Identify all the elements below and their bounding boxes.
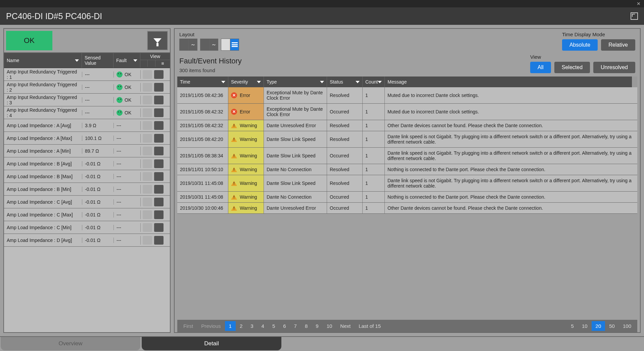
cell-fault: --- — [113, 148, 140, 154]
close-icon[interactable]: ✕ — [637, 1, 641, 6]
page-size[interactable]: 50 — [605, 321, 619, 331]
time-mode-relative[interactable]: Relative — [601, 39, 635, 51]
view-chart-toggle[interactable] — [143, 172, 152, 181]
view-list-toggle[interactable] — [154, 159, 164, 168]
view-chart-toggle[interactable] — [143, 223, 152, 232]
pager-first[interactable]: First — [179, 321, 197, 331]
pager-last[interactable]: Last of 15 — [355, 321, 385, 331]
view-chart-toggle[interactable] — [143, 198, 152, 206]
table-row[interactable]: Amp Load Impedance : B [Min]-0.01 Ω--- — [4, 183, 170, 196]
table-row[interactable]: Amp Load Impedance : C [Avg]-0.01 Ω--- — [4, 196, 170, 208]
view-chart-toggle[interactable] — [143, 147, 152, 155]
layout-option-2[interactable]: ～ — [200, 39, 218, 51]
chart-icon[interactable] — [140, 60, 155, 67]
col-type[interactable]: Type — [264, 77, 327, 87]
view-list-toggle[interactable] — [154, 70, 164, 79]
pager-prev[interactable]: Previous — [197, 321, 225, 331]
table-row[interactable]: Amp Load Impedance : C [Min]-0.01 Ω--- — [4, 221, 170, 234]
tab-overview[interactable]: Overview — [1, 337, 140, 350]
history-header: Fault/Event History 300 items found View… — [175, 52, 640, 77]
event-rows[interactable]: 2019/11/05 08:42:36✕ErrorExceptional Mut… — [177, 87, 637, 319]
col-message[interactable]: Message — [385, 77, 632, 87]
view-list-toggle[interactable] — [154, 210, 164, 219]
page-size[interactable]: 5 — [567, 321, 578, 331]
pager-page[interactable]: 2 — [236, 321, 246, 331]
view-chart-toggle[interactable] — [143, 236, 152, 245]
view-list-toggle[interactable] — [154, 83, 164, 92]
view-selected-button[interactable]: Selected — [554, 62, 590, 73]
page-size[interactable]: 100 — [619, 321, 635, 331]
col-count[interactable]: Count — [363, 77, 385, 87]
view-list-toggle[interactable] — [154, 134, 164, 143]
page-size[interactable]: 10 — [578, 321, 592, 331]
layout-option-1[interactable]: ～ — [179, 39, 197, 51]
event-row[interactable]: 2019/11/05 08:38:34WarningDante Slow Lin… — [177, 148, 637, 164]
view-list-toggle[interactable] — [154, 198, 164, 206]
view-list-toggle[interactable] — [154, 121, 164, 130]
pager-next[interactable]: Next — [336, 321, 355, 331]
table-row[interactable]: Amp Input Redundancy Triggered : 3---OK — [4, 94, 170, 106]
event-row[interactable]: 2019/10/30 10:00:46WarningDante Unresolv… — [177, 203, 637, 214]
col-status[interactable]: Status — [327, 77, 363, 87]
event-row[interactable]: 2019/11/05 08:42:32WarningDante Unresolv… — [177, 120, 637, 131]
view-chart-toggle[interactable] — [143, 121, 152, 130]
pager-page[interactable]: 5 — [268, 321, 279, 331]
table-row[interactable]: Amp Input Redundancy Triggered : 2---OK — [4, 81, 170, 94]
view-list-toggle[interactable] — [154, 185, 164, 194]
event-row[interactable]: 2019/11/05 08:42:32✕ErrorExceptional Mut… — [177, 104, 637, 120]
table-row[interactable]: Amp Load Impedance : A [Avg]3.9 Ω--- — [4, 119, 170, 132]
view-chart-toggle[interactable] — [143, 185, 152, 194]
layout-option-3[interactable] — [221, 39, 239, 51]
view-list-toggle[interactable] — [154, 147, 164, 155]
table-row[interactable]: Amp Load Impedance : A [Min]89.7 Ω--- — [4, 145, 170, 157]
popout-icon[interactable] — [631, 12, 638, 20]
page-size[interactable]: 20 — [592, 321, 605, 331]
list-icon[interactable]: ≡ — [155, 60, 170, 67]
event-row[interactable]: 2019/10/31 11:45:08WarningDante No Conne… — [177, 192, 637, 203]
view-list-toggle[interactable] — [154, 96, 164, 104]
left-rows[interactable]: Amp Input Redundancy Triggered : 1---OKA… — [4, 68, 170, 332]
view-list-toggle[interactable] — [154, 223, 164, 232]
table-row[interactable]: Amp Load Impedance : C [Max]-0.01 Ω--- — [4, 208, 170, 221]
tab-detail[interactable]: Detail — [142, 337, 281, 350]
pager-page[interactable]: 6 — [279, 321, 290, 331]
view-chart-toggle[interactable] — [143, 159, 152, 168]
view-chart-toggle[interactable] — [143, 108, 152, 117]
table-row[interactable]: Amp Input Redundancy Triggered : 1---OK — [4, 68, 170, 81]
pager-page[interactable]: 7 — [290, 321, 301, 331]
view-chart-toggle[interactable] — [143, 134, 152, 143]
view-chart-toggle[interactable] — [143, 83, 152, 92]
pager-page[interactable]: 4 — [258, 321, 268, 331]
pager-page[interactable]: 10 — [323, 321, 336, 331]
table-row[interactable]: Amp Input Redundancy Triggered : 4---OK — [4, 106, 170, 119]
warning-icon — [231, 167, 237, 172]
time-mode-absolute[interactable]: Absolute — [562, 39, 598, 51]
event-row[interactable]: 2019/11/05 08:42:20WarningDante Slow Lin… — [177, 131, 637, 148]
view-list-toggle[interactable] — [154, 172, 164, 181]
table-row[interactable]: Amp Load Impedance : B [Max]-0.01 Ω--- — [4, 170, 170, 183]
event-row[interactable]: 2019/10/31 11:45:08WarningDante Slow Lin… — [177, 175, 637, 192]
col-sensed[interactable]: Sensed Value — [82, 53, 113, 68]
table-row[interactable]: Amp Load Impedance : A [Max]100.1 Ω--- — [4, 132, 170, 145]
col-time[interactable]: Time — [177, 77, 228, 87]
event-row[interactable]: 2019/11/05 08:42:36✕ErrorExceptional Mut… — [177, 87, 637, 104]
view-unresolved-button[interactable]: Unresolved — [593, 62, 635, 73]
status-ok-button[interactable]: OK — [6, 31, 52, 50]
view-chart-toggle[interactable] — [143, 96, 152, 104]
pager-page[interactable]: 9 — [312, 321, 322, 331]
pager-page[interactable]: 8 — [301, 321, 312, 331]
view-all-button[interactable]: All — [530, 62, 551, 73]
col-name[interactable]: Name — [4, 53, 82, 68]
pager-page[interactable]: 3 — [246, 321, 257, 331]
table-row[interactable]: Amp Load Impedance : B [Avg]-0.01 Ω--- — [4, 157, 170, 170]
col-severity[interactable]: Severity — [228, 77, 264, 87]
col-fault[interactable]: Fault — [113, 53, 140, 68]
view-list-toggle[interactable] — [154, 236, 164, 245]
view-list-toggle[interactable] — [154, 108, 164, 117]
view-chart-toggle[interactable] — [143, 210, 152, 219]
event-row[interactable]: 2019/11/01 10:50:10WarningDante No Conne… — [177, 164, 637, 175]
view-chart-toggle[interactable] — [143, 70, 152, 79]
filter-button[interactable] — [147, 31, 168, 50]
pager-page[interactable]: 1 — [225, 321, 236, 331]
table-row[interactable]: Amp Load Impedance : D [Avg]-0.01 Ω--- — [4, 234, 170, 247]
